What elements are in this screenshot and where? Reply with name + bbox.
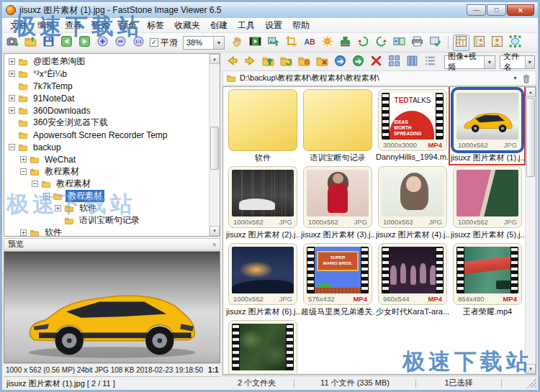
expand-plus-icon[interactable]: + <box>9 95 15 101</box>
thumbnail-card[interactable]: 640x480MP4 <box>228 320 297 375</box>
file-filter-select[interactable]: 图像+视频 ▼ <box>444 55 495 69</box>
menu-item[interactable]: 创建 <box>205 18 233 33</box>
tree-item[interactable]: +°²x°Èi¼b <box>6 68 220 80</box>
thumbnail-card[interactable] <box>228 89 297 151</box>
collapse-minus-icon[interactable]: − <box>43 193 50 199</box>
expand-plus-icon[interactable]: + <box>55 205 61 211</box>
expand-plus-icon[interactable]: + <box>20 156 27 163</box>
slideshow-button[interactable] <box>247 35 264 51</box>
close-button[interactable]: × <box>507 4 534 16</box>
expand-plus-icon[interactable]: + <box>9 58 15 65</box>
resize-grip[interactable] <box>527 378 536 388</box>
tree-item[interactable]: 语训宝断句记录 <box>6 214 220 227</box>
adjust-colors-button[interactable] <box>319 35 336 51</box>
tree-item[interactable]: +软件 <box>6 227 220 237</box>
scroll-up-icon[interactable]: ▲ <box>526 87 536 97</box>
thumbnail-cell[interactable]: 1000x562JPGjisuxz 图片素材 (2).j... <box>225 166 300 240</box>
thumbnail-cell[interactable]: 640x480MP4 <box>225 320 300 375</box>
thumbnail-card[interactable]: 864x480MP4 <box>453 243 522 305</box>
tree-item[interactable]: +360Downloads <box>6 104 220 117</box>
copy-to-button[interactable] <box>332 54 348 70</box>
refresh-folder-button[interactable] <box>278 54 294 70</box>
tree-item[interactable]: 360安全浏览器下载 <box>6 117 220 129</box>
thumbnail-cell[interactable]: 1000x562JPGjisuxz 图片素材 (6).j... <box>225 243 300 317</box>
settings-button[interactable] <box>427 35 444 51</box>
thumbnail-cell[interactable]: 960x544MP4少女时代KaraT-ara.... <box>375 243 450 317</box>
menu-item[interactable]: 设置 <box>260 18 287 33</box>
scroll-down-icon[interactable]: ▼ <box>526 364 536 374</box>
menu-item[interactable]: 颜色 <box>114 18 142 33</box>
thumbnail-card[interactable]: 1000x562JPG <box>453 166 522 228</box>
menu-item[interactable]: 标签 <box>142 18 169 33</box>
thumbnail-card[interactable]: TEDTALKSIDEASWORTHSPREADING3000x3000MP4 <box>378 89 447 151</box>
thumbnail-cell[interactable]: TEDTALKSIDEASWORTHSPREADING3000x3000MP4D… <box>375 89 450 163</box>
folder-thumbnail-cell[interactable]: 软件 <box>225 89 300 163</box>
tree-item[interactable]: +@图老弟淘图 <box>6 55 220 68</box>
layout-preview-button[interactable] <box>471 35 487 51</box>
tree-item[interactable]: Apowersoft Screen Recorder Temp <box>6 129 220 141</box>
clone-stamp-button[interactable] <box>337 35 354 51</box>
back-button[interactable] <box>224 54 240 70</box>
chevron-down-icon[interactable]: ▼ <box>513 76 518 81</box>
tree-item[interactable]: +软件 <box>6 202 220 214</box>
collapse-minus-icon[interactable]: − <box>32 181 38 187</box>
collapse-minus-icon[interactable]: − <box>9 144 15 150</box>
delete-button[interactable] <box>368 54 384 70</box>
maximize-button[interactable]: □ <box>487 4 506 16</box>
menu-item[interactable]: 编辑 <box>32 18 60 33</box>
layout-image-button[interactable] <box>489 35 505 51</box>
compare-button[interactable] <box>391 35 408 51</box>
tree-item[interactable]: +91NoteDat <box>6 92 220 104</box>
prev-image-button[interactable] <box>58 35 75 51</box>
zoom-level-select[interactable]: 38% ▼ <box>183 36 225 50</box>
scroll-down-icon[interactable]: ▼ <box>210 226 220 236</box>
trash-icon[interactable] <box>521 73 534 84</box>
menu-item[interactable]: 文件 <box>5 18 32 33</box>
thumbnail-card[interactable] <box>303 89 372 151</box>
scroll-up-icon[interactable]: ▲ <box>210 54 220 64</box>
menu-item[interactable]: 收藏夹 <box>169 18 205 33</box>
parent-folder-button[interactable] <box>260 54 276 70</box>
thumbnail-cell[interactable]: 864x480MP4王者荣耀.mp4 <box>450 243 525 317</box>
rotate-right-button[interactable] <box>373 35 390 51</box>
preview-header[interactable]: 预览 » <box>4 238 220 250</box>
thumbnail-card[interactable]: 1000x562JPG <box>228 243 297 305</box>
tree-item[interactable]: −教程素材 <box>6 190 220 202</box>
tree-item[interactable]: +WeChat <box>6 153 220 165</box>
thumbnail-cell[interactable]: SUPERMARIO BROS.576x432MP4超级马里奥兄弟通关... <box>300 243 375 317</box>
email-image-button[interactable] <box>265 35 282 51</box>
expand-plus-icon[interactable]: + <box>20 229 27 236</box>
menu-item[interactable]: 查看 <box>60 18 87 33</box>
grid-scrollbar[interactable]: ▲ ▼ <box>525 87 536 374</box>
zoom-in-button[interactable] <box>94 35 111 51</box>
minimize-button[interactable]: — <box>467 4 486 16</box>
view-list-button[interactable] <box>404 54 420 70</box>
crop-button[interactable] <box>283 35 300 51</box>
tree-item[interactable]: −backup <box>6 141 220 153</box>
layout-fullscreen-button[interactable] <box>507 35 523 51</box>
chevron-down-icon[interactable]: ▼ <box>484 56 495 68</box>
layout-browser-button[interactable] <box>453 35 469 51</box>
chevron-down-icon[interactable]: ▼ <box>525 56 535 68</box>
thumbnail-card[interactable]: 1000x562JPG <box>378 166 447 228</box>
cut-folder-button[interactable] <box>314 54 330 70</box>
thumbnail-card[interactable]: SUPERMARIO BROS.576x432MP4 <box>303 243 372 305</box>
thumbnail-card[interactable]: 1000x562JPG <box>303 166 372 228</box>
forward-button[interactable] <box>242 54 258 70</box>
next-image-button[interactable] <box>76 35 93 51</box>
tree-item[interactable]: 7k7kTemp <box>6 80 220 92</box>
save-button[interactable] <box>40 35 57 51</box>
grid-scroll-thumb[interactable] <box>526 98 535 177</box>
hand-tool-button[interactable] <box>229 35 246 51</box>
thumbnail-card[interactable]: 1000x562JPG <box>228 166 297 228</box>
sort-select[interactable]: 文件名 ▼ <box>500 55 535 69</box>
rotate-left-button[interactable] <box>355 35 372 51</box>
move-to-button[interactable] <box>350 54 366 70</box>
print-button[interactable] <box>409 35 426 51</box>
collapse-chevron-icon[interactable]: » <box>210 242 217 246</box>
tree-scrollbar[interactable]: ▲ ▼ <box>209 54 220 236</box>
thumbnail-cell[interactable]: 1000x562JPGjisuxz 图片素材 (1).j... <box>450 89 525 163</box>
folder-thumbnail-cell[interactable]: 语训宝断句记录 <box>300 89 375 163</box>
menu-item[interactable]: 帮助 <box>287 18 315 33</box>
view-thumbnails-button[interactable] <box>386 54 402 70</box>
